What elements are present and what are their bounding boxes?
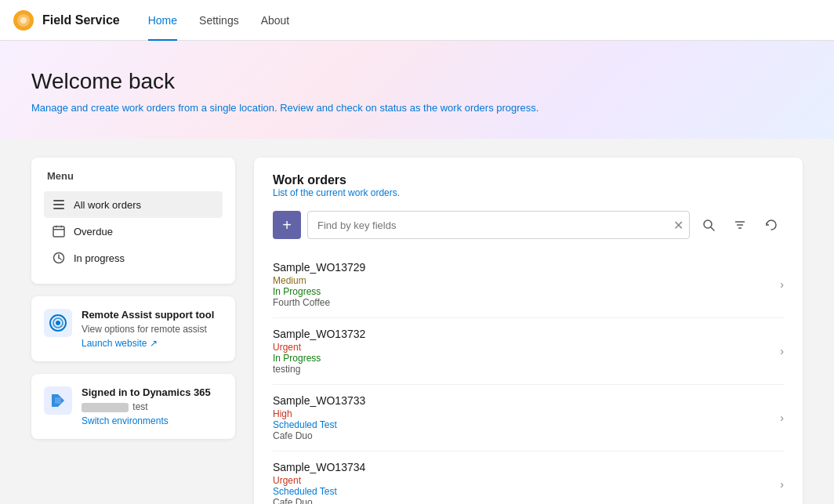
menu-item-overdue[interactable]: Overdue	[44, 218, 223, 245]
wo-status-3: Scheduled Test	[273, 486, 780, 497]
wo-priority-0: Medium	[273, 275, 780, 286]
nav-home[interactable]: Home	[139, 0, 187, 41]
wo-item-2[interactable]: Sample_WO13733 High Scheduled Test Cafe …	[273, 385, 784, 451]
search-input[interactable]	[307, 211, 690, 239]
svg-rect-6	[53, 227, 64, 237]
wo-info-2: Sample_WO13733 High Scheduled Test Cafe …	[273, 394, 780, 441]
search-actions	[696, 212, 784, 237]
svg-line-12	[59, 258, 61, 259]
svg-rect-5	[53, 208, 64, 209]
wo-subtitle: List of the current work orders.	[273, 187, 784, 198]
search-clear-icon[interactable]: ✕	[673, 218, 684, 233]
wo-title: Work orders	[273, 173, 784, 187]
clock-icon	[52, 251, 66, 265]
wo-status-1: In Progress	[273, 353, 780, 364]
wo-customer-3: Cafe Duo	[273, 497, 780, 504]
remote-assist-icon	[44, 309, 72, 337]
wo-status-0: In Progress	[273, 286, 780, 297]
wo-item-0[interactable]: Sample_WO13729 Medium In Progress Fourth…	[273, 252, 784, 318]
menu-item-overdue-label: Overdue	[74, 226, 113, 237]
external-link-icon: ↗	[150, 338, 158, 349]
wo-info-1: Sample_WO13732 Urgent In Progress testin…	[273, 328, 780, 375]
wo-name-2: Sample_WO13733	[273, 394, 780, 407]
wo-chevron-1: ›	[780, 345, 784, 357]
wo-priority-3: Urgent	[273, 475, 780, 486]
wo-chevron-3: ›	[780, 478, 784, 491]
filter-icon[interactable]	[727, 212, 752, 237]
switch-environments-link[interactable]: Switch environments	[82, 415, 223, 426]
wo-chevron-0: ›	[780, 278, 784, 291]
svg-rect-8	[56, 226, 57, 228]
wo-info-3: Sample_WO13734 Urgent Scheduled Test Caf…	[273, 461, 780, 504]
wo-status-2: Scheduled Test	[273, 419, 780, 430]
svg-rect-4	[53, 204, 64, 205]
svg-point-16	[56, 321, 60, 325]
sidebar: Menu All work orders	[31, 158, 235, 504]
top-nav: Field Service Home Settings About	[0, 0, 834, 41]
brand: Field Service	[13, 9, 120, 31]
signed-in-card: Signed in to Dynamics 365 test Switch en…	[31, 374, 235, 439]
search-input-wrap: ✕	[307, 211, 690, 239]
menu-item-all-work-orders-label: All work orders	[74, 199, 141, 211]
wo-item-3[interactable]: Sample_WO13734 Urgent Scheduled Test Caf…	[273, 451, 784, 504]
wo-customer-0: Fourth Coffee	[273, 297, 780, 308]
remote-assist-card: Remote Assist support tool View options …	[31, 296, 235, 361]
wo-name-3: Sample_WO13734	[273, 461, 780, 473]
wo-chevron-2: ›	[780, 412, 784, 424]
svg-line-19	[711, 227, 714, 230]
wo-list: Sample_WO13729 Medium In Progress Fourth…	[273, 252, 784, 504]
hero-title: Welcome back	[31, 69, 803, 94]
menu-card: Menu All work orders	[31, 158, 235, 284]
svg-rect-7	[53, 229, 64, 230]
search-bar: + ✕	[273, 211, 784, 239]
search-icon[interactable]	[696, 212, 721, 237]
wo-name-0: Sample_WO13729	[273, 261, 780, 274]
signin-user: test	[82, 401, 223, 412]
assist-desc: View options for remote assist	[82, 324, 223, 335]
hero-subtitle: Manage and create work orders from a sin…	[31, 102, 803, 114]
calendar-icon	[52, 224, 66, 238]
svg-point-2	[20, 17, 27, 24]
menu-item-in-progress-label: In progress	[74, 252, 125, 264]
nav-links: Home Settings About	[139, 0, 299, 41]
wo-header: Work orders List of the current work ord…	[273, 173, 784, 198]
signin-info: Signed in to Dynamics 365 test Switch en…	[82, 386, 223, 426]
signin-title: Signed in to Dynamics 365	[82, 386, 223, 398]
brand-name: Field Service	[42, 13, 120, 27]
menu-title: Menu	[44, 170, 223, 182]
content-area: Menu All work orders	[0, 139, 834, 504]
assist-title: Remote Assist support tool	[82, 309, 223, 321]
wo-customer-2: Cafe Duo	[273, 430, 780, 441]
menu-item-in-progress[interactable]: In progress	[44, 245, 223, 271]
svg-rect-9	[61, 226, 63, 228]
launch-website-link[interactable]: Launch website ↗	[82, 338, 223, 349]
dynamics-icon	[44, 386, 72, 415]
add-button[interactable]: +	[273, 211, 301, 239]
list-icon	[52, 198, 66, 212]
work-orders-panel: Work orders List of the current work ord…	[254, 158, 803, 504]
brand-icon	[13, 9, 34, 31]
wo-item-1[interactable]: Sample_WO13732 Urgent In Progress testin…	[273, 318, 784, 385]
wo-info-0: Sample_WO13729 Medium In Progress Fourth…	[273, 261, 780, 308]
wo-priority-2: High	[273, 408, 780, 419]
menu-item-all-work-orders[interactable]: All work orders	[44, 191, 223, 218]
hero-banner: Welcome back Manage and create work orde…	[0, 41, 834, 139]
wo-name-1: Sample_WO13732	[273, 328, 780, 340]
nav-settings[interactable]: Settings	[190, 0, 248, 41]
wo-customer-1: testing	[273, 364, 780, 375]
wo-priority-1: Urgent	[273, 342, 780, 353]
refresh-icon[interactable]	[759, 212, 784, 237]
svg-rect-3	[53, 200, 64, 201]
user-blur	[82, 403, 129, 412]
assist-info: Remote Assist support tool View options …	[82, 309, 223, 349]
nav-about[interactable]: About	[252, 0, 299, 41]
